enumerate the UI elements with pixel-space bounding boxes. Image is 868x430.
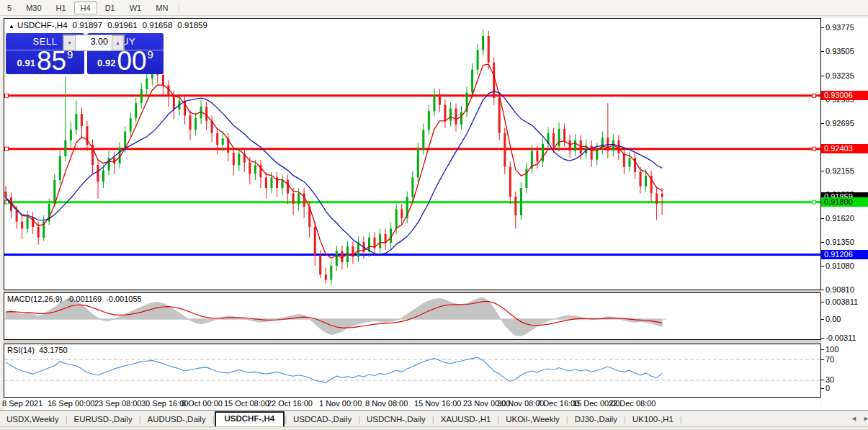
indicator-tick-dash	[821, 380, 824, 380]
macd-label: MACD(12,26,9)-0.001169-0.001055	[7, 295, 146, 303]
buy-price-big: 00	[117, 50, 146, 72]
timeframe-button-w1[interactable]: W1	[123, 1, 148, 14]
price-tick-label: 0.93505	[826, 47, 854, 55]
date-label: 1 Nov 00:00	[319, 399, 362, 408]
buy-price-small: 0.92	[97, 58, 115, 68]
volume-spinner: ▼ 3.00 ▲	[63, 35, 125, 51]
tab-uk100-h1[interactable]: UK100-,H1	[626, 413, 680, 426]
price-tick-dash	[821, 242, 824, 243]
tab-separator: |	[680, 415, 682, 426]
sell-button-label: SELL	[33, 36, 58, 47]
volume-input[interactable]: 3.00	[76, 35, 112, 50]
price-tick-dash	[821, 51, 824, 52]
tab-xauusd-h1[interactable]: XAUUSD-,H1	[434, 413, 498, 426]
tab-eurusd-daily[interactable]: EURUSD-,Daily	[68, 413, 139, 426]
price-tick-label: 0.91620	[826, 214, 854, 223]
price-tick-dash	[821, 123, 824, 124]
macd-signal-value: -0.001055	[106, 295, 142, 303]
rsi-pane[interactable]	[4, 344, 821, 398]
timeframe-button-m30[interactable]: M30	[19, 1, 48, 14]
indicator-tick-dash	[821, 302, 824, 303]
tab-dj30-daily[interactable]: DJ30-,Daily	[568, 413, 624, 426]
indicator-tick-dash	[821, 388, 824, 389]
date-label: 8 Sep 2021	[2, 399, 42, 408]
date-label: 8 Oct 00:00	[182, 399, 223, 408]
ohlc-open: 0.91897	[73, 21, 103, 30]
date-label: 16 Sep 00:00	[48, 399, 94, 408]
indicator-tick-dash	[821, 338, 824, 339]
price-tick-dash	[821, 27, 824, 28]
toolbar-separator	[179, 2, 180, 13]
rsi-name: RSI(14)	[7, 346, 35, 354]
price-tick-dash	[821, 171, 824, 171]
price-tick-label: 0.93775	[826, 23, 854, 32]
indicator-tick-label: 30	[826, 375, 834, 384]
date-label: 8 Nov 08:00	[365, 399, 408, 408]
price-tick-label: 0.91080	[826, 261, 854, 270]
tab-usdcad-daily[interactable]: USDCAD-,Daily	[287, 413, 358, 426]
tab-audusd-daily[interactable]: AUDUSD-,Daily	[141, 413, 212, 426]
collapse-trade-panel-icon[interactable]: ▲	[9, 23, 14, 30]
rsi-label: RSI(14)43.1750	[7, 346, 72, 354]
volume-increase-button[interactable]: ▲	[112, 35, 124, 50]
price-tick-dash	[821, 76, 824, 76]
indicator-tick-label: 0.00	[826, 315, 841, 323]
macd-value: -0.001169	[66, 295, 102, 303]
indicator-tick-dash	[821, 349, 824, 350]
price-tick-label: 0.93235	[826, 71, 854, 80]
one-click-trade-panel: SELL 0.91 85 9 BUY 0.92 00 9 ▼ 3.00 ▲	[6, 33, 164, 74]
ohlc-low: 0.91658	[143, 21, 173, 30]
price-tick-dash	[821, 218, 824, 219]
sell-price-small: 0.91	[17, 58, 35, 68]
line-price-label-0.93006: 0.93006	[821, 91, 868, 100]
indicator-tick-label: 70	[826, 355, 834, 364]
tabs-scroll-right-icon[interactable]: ►	[863, 415, 868, 422]
price-tick-dash	[821, 290, 824, 290]
sell-price-big: 85	[37, 50, 66, 72]
date-label: 22 Oct 16:00	[267, 399, 313, 408]
timeframe-button-d1[interactable]: D1	[99, 1, 122, 14]
ohlc-close: 0.91859	[177, 21, 207, 30]
chart-title: ▲USDCHF-,H40.918970.919610.916580.91859	[9, 21, 212, 30]
price-tick-dash	[821, 266, 824, 266]
tabs-scroll-left-icon[interactable]: ◄	[851, 415, 857, 422]
line-price-label-0.92403: 0.92403	[821, 144, 868, 153]
timeframe-button-mn[interactable]: MN	[149, 1, 174, 14]
indicator-tick-label: 0	[826, 384, 830, 393]
buy-price-sup: 9	[148, 48, 153, 61]
status-strip	[0, 426, 868, 430]
timeframe-button-h1[interactable]: H1	[50, 1, 73, 14]
date-label: 15 Oct 08:00	[224, 399, 269, 408]
indicator-tick-label: 0.003811	[826, 297, 858, 306]
indicator-tick-label: -0.00311	[826, 333, 856, 342]
buy-price: 0.92 00 9	[87, 50, 164, 74]
line-price-label-0.91206: 0.91206	[821, 250, 868, 259]
timeframe-toolbar: 5M30H1H4D1W1MN	[0, 0, 868, 16]
price-tick-label: 0.92695	[826, 119, 854, 127]
price-tick-label: 0.91350	[826, 238, 854, 246]
sell-price: 0.91 85 9	[6, 50, 84, 74]
macd-name: MACD(12,26,9)	[7, 295, 62, 303]
ohlc-high: 0.91961	[107, 21, 138, 30]
timeframe-button-h4[interactable]: H4	[74, 1, 97, 14]
date-label: 15 Nov 16:00	[414, 399, 461, 408]
tab-usdx-weekly[interactable]: USDX,Weekly	[0, 413, 66, 426]
symbol-label: USDCHF-,H4	[17, 21, 68, 30]
tab-usdchf-h4[interactable]: USDCHF-,H4	[215, 411, 285, 426]
rsi-value: 43.1750	[39, 346, 68, 354]
chart-tab-bar: USDX,Weekly|EURUSD-,Daily|AUDUSD-,Daily|…	[0, 411, 868, 426]
tab-usdcnh-daily[interactable]: USDCNH-,Daily	[360, 413, 432, 426]
date-label: 23 Sep 08:00	[94, 399, 141, 408]
volume-decrease-button[interactable]: ▼	[63, 35, 76, 50]
date-label: 22 Dec 08:00	[609, 399, 656, 408]
timeframe-button-5[interactable]: 5	[1, 1, 18, 14]
line-price-label-0.91800: 0.91800	[821, 197, 868, 207]
price-tick-label: 0.92155	[826, 166, 854, 175]
tab-ukoil-weekly[interactable]: UKOil-,Weekly	[499, 413, 566, 426]
indicator-tick-label: 100	[826, 345, 838, 354]
indicator-tick-dash	[821, 359, 824, 360]
indicator-tick-dash	[821, 319, 824, 320]
price-tick-label: 0.90810	[826, 285, 854, 294]
